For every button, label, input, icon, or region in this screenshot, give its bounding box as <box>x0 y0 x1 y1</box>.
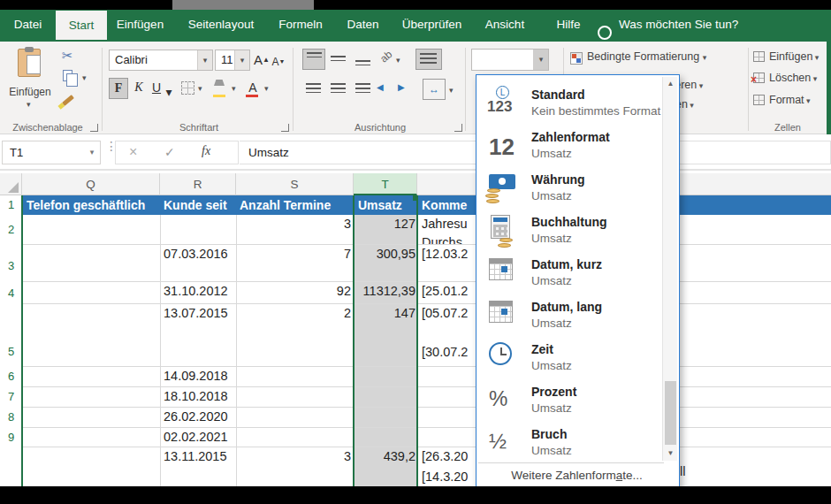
cell-u4[interactable]: [25.01.2 <box>422 284 468 298</box>
number-format-combo[interactable]: ▾ <box>471 49 549 71</box>
row-header-9[interactable]: 9 <box>0 431 22 444</box>
insert-cells-button[interactable]: Einfügen ▾ <box>753 50 819 63</box>
table-row[interactable]: 07.03.2016 7 300,95 [12.03.2 <box>22 245 831 282</box>
italic-button[interactable]: K <box>131 78 147 99</box>
font-size-combo[interactable]: 11 ▾ <box>215 50 250 71</box>
wrap-text-button[interactable] <box>416 49 442 70</box>
menu-item-bruch[interactable]: ½ Bruch Umsatz <box>478 422 652 464</box>
column-header-s[interactable]: S <box>236 173 354 195</box>
menu-item-zahlenformat[interactable]: 12 Zahlenformat Umsatz <box>478 125 652 167</box>
row-header-5[interactable]: 5 <box>0 345 22 358</box>
header-cell-r[interactable]: Kunde seit <box>164 195 227 215</box>
row-header-7[interactable]: 7 <box>0 390 22 403</box>
delete-cells-button[interactable]: ×Löschen ▾ <box>753 72 817 84</box>
cell-u10[interactable]: [26.3.20 <box>422 449 468 463</box>
font-dialog-launcher[interactable] <box>281 124 289 132</box>
cell-r4[interactable]: 31.10.2012 <box>164 284 228 298</box>
align-left-button[interactable] <box>302 79 325 100</box>
row-header-8[interactable]: 8 <box>0 410 22 424</box>
more-number-formats-item[interactable]: Weitere Zahlenformate... <box>476 463 677 487</box>
alignment-dialog-launcher[interactable] <box>454 124 462 132</box>
cell-t10[interactable]: 439,2 <box>355 449 416 463</box>
table-row[interactable]: 13.07.2015 2 147 [05.07.2 [30.07.2 <box>22 304 831 367</box>
cell-s10[interactable]: 3 <box>236 449 351 463</box>
cell-r3[interactable]: 07.03.2016 <box>164 247 228 261</box>
row-header-4[interactable]: 4 <box>0 286 22 300</box>
format-painter-button[interactable] <box>62 95 74 106</box>
tab-start[interactable]: Start <box>56 11 107 40</box>
table-row[interactable]: 02.02.2021 <box>22 428 831 447</box>
menu-item-prozent[interactable]: % Prozent Umsatz <box>478 379 652 422</box>
format-cells-button[interactable]: Format ▾ <box>753 94 811 106</box>
conditional-formatting-button[interactable]: Bedingte Formatierung ▾ <box>570 50 706 63</box>
row-header-2[interactable]: 2 <box>0 223 22 236</box>
cell-t2[interactable]: 127 <box>355 217 416 231</box>
menu-item-datum-lang[interactable]: Datum, lang Umsatz <box>478 294 652 337</box>
borders-button[interactable] <box>181 81 194 95</box>
chevron-down-icon[interactable]: ▾ <box>396 56 400 65</box>
tab-formeln[interactable]: Formeln <box>269 10 332 40</box>
font-color-button[interactable]: A <box>243 78 263 99</box>
header-cell-t[interactable]: Umsatz <box>358 195 402 215</box>
underline-button[interactable]: U <box>149 78 164 99</box>
merge-center-button[interactable]: ↔ <box>423 79 446 100</box>
cell-r10[interactable]: 13.11.2015 <box>164 449 227 463</box>
cell-t5[interactable]: 147 <box>355 306 416 320</box>
name-box[interactable]: T1 ▾ <box>2 141 101 164</box>
column-header-q[interactable]: Q <box>22 173 160 195</box>
row-header-3[interactable]: 3 <box>0 259 22 272</box>
tab-einfuegen[interactable]: Einfügen <box>107 10 173 40</box>
orientation-button[interactable]: ab <box>377 48 394 65</box>
menu-item-zeit[interactable]: Zeit Umsatz <box>478 337 652 379</box>
chevron-down-icon[interactable]: ▾ <box>198 84 202 93</box>
cell-u2[interactable]: Jahresu <box>422 217 468 231</box>
menu-item-waehrung[interactable]: Währung Umsatz <box>478 167 652 210</box>
shrink-font-button[interactable]: A▼ <box>271 52 286 73</box>
header-cell-s[interactable]: Anzahl Termine <box>240 195 331 215</box>
align-top-button[interactable] <box>302 49 325 70</box>
align-middle-button[interactable] <box>327 49 350 70</box>
header-cell-q[interactable]: Telefon geschäftlich <box>27 195 145 215</box>
select-all-corner[interactable] <box>0 173 22 195</box>
menu-item-buchhaltung[interactable]: Buchhaltung Umsatz <box>478 210 652 252</box>
cell-t4[interactable]: 11312,39 <box>355 284 416 298</box>
grow-font-button[interactable]: A▲ <box>254 50 270 72</box>
enter-icon[interactable]: ✓ <box>164 145 175 159</box>
menu-item-datum-kurz[interactable]: Datum, kurz Umsatz <box>478 252 652 294</box>
copy-button[interactable] <box>63 70 72 81</box>
chevron-down-icon[interactable]: ▾ <box>82 73 87 82</box>
scroll-down-icon[interactable]: ▼ <box>663 447 678 461</box>
cell-s4[interactable]: 92 <box>236 284 351 298</box>
bold-button[interactable]: F <box>109 78 128 99</box>
table-row[interactable]: 18.10.2018 <box>22 387 831 408</box>
font-name-combo[interactable]: Calibri ▾ <box>109 50 213 71</box>
tab-datei[interactable]: Datei <box>0 10 56 40</box>
cell-r7[interactable]: 18.10.2018 <box>164 389 228 403</box>
fill-handle[interactable] <box>413 195 418 201</box>
tab-seitenlayout[interactable]: Seitenlayout <box>173 10 269 40</box>
chevron-down-icon[interactable]: ▾ <box>84 141 100 164</box>
chevron-down-icon[interactable]: ▾ <box>533 50 548 70</box>
paste-button[interactable]: Einfügen ▾ <box>7 47 53 119</box>
cell-u3[interactable]: [12.03.2 <box>422 247 468 261</box>
table-row[interactable]: 13.11.2015 3 439,2 [26.3.20 [14.3.20 <box>22 447 831 486</box>
cell-s5[interactable]: 2 <box>236 306 351 320</box>
align-center-button[interactable] <box>327 79 350 100</box>
row-header-6[interactable]: 6 <box>0 370 22 383</box>
cell-r5[interactable]: 13.07.2015 <box>164 306 228 320</box>
align-right-button[interactable] <box>352 79 375 100</box>
cell-s3[interactable]: 7 <box>236 247 351 261</box>
decrease-indent-button[interactable]: ◀ <box>377 82 384 92</box>
table-row[interactable]: 31.10.2012 92 11312,39 [25.01.2 <box>22 282 831 304</box>
cell-t3[interactable]: 300,95 <box>355 247 416 261</box>
tell-me-search[interactable]: Was möchten Sie tun? <box>619 10 769 40</box>
tab-ansicht[interactable]: Ansicht <box>470 10 539 40</box>
cancel-icon[interactable]: × <box>129 144 137 160</box>
header-cell-u[interactable]: Komme <box>422 195 467 215</box>
chevron-down-icon[interactable]: ▾ <box>232 84 236 93</box>
align-bottom-button[interactable] <box>352 49 375 70</box>
chevron-down-icon[interactable]: ▾ <box>264 84 269 93</box>
fill-color-button[interactable] <box>210 78 230 99</box>
scrollbar-thumb[interactable] <box>665 381 676 445</box>
scroll-up-icon[interactable]: ▲ <box>663 77 678 91</box>
